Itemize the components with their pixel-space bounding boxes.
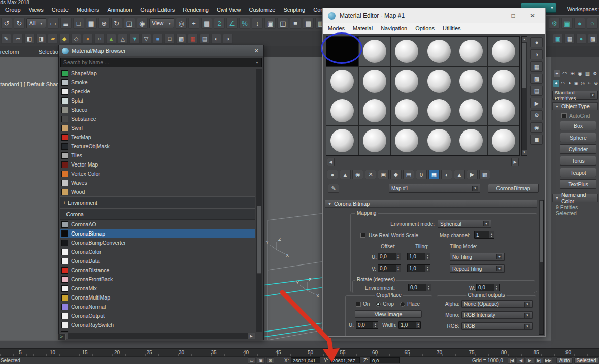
space-warps-category-icon[interactable]: ≈: [586, 80, 592, 87]
rectangular-selection-icon[interactable]: □: [73, 18, 84, 29]
mono-output-dropdown[interactable]: RGB Intensity ▼: [461, 311, 533, 319]
material-sample-slot[interactable]: [359, 37, 391, 66]
ribbon-tab[interactable]: Freeform: [0, 49, 19, 55]
sample-type-icon[interactable]: ●: [530, 37, 543, 47]
get-material-icon[interactable]: ●: [327, 170, 338, 179]
map-item[interactable]: Splat: [60, 96, 255, 105]
v-offset-spinner[interactable]: 0,0: [378, 264, 401, 272]
reference-coordinate-dropdown[interactable]: View▼: [149, 18, 175, 28]
spinner-arrows[interactable]: [396, 265, 401, 272]
map-item[interactable]: CoronaColor: [60, 247, 255, 256]
map-item[interactable]: CoronaRaySwitch: [60, 320, 255, 329]
previous-slot-icon[interactable]: ◀: [327, 158, 335, 166]
toolbar2-icon[interactable]: ▼: [129, 34, 140, 44]
select-by-material-icon[interactable]: ◉: [530, 122, 543, 133]
mirror-icon[interactable]: ◫: [277, 18, 288, 29]
selected-set-button[interactable]: Selected: [574, 357, 598, 364]
material-sample-slot[interactable]: [359, 126, 391, 155]
map-item[interactable]: Waves: [60, 178, 255, 187]
object-type-button-cylinder[interactable]: Cylinder: [560, 144, 596, 154]
toolbar2-icon[interactable]: ◐: [211, 34, 221, 44]
material-name-dropdown[interactable]: Map #1 ▼: [389, 184, 480, 193]
motion-tab-icon[interactable]: ◉: [577, 70, 583, 77]
window-crossing-icon[interactable]: ▦: [86, 18, 97, 29]
options-icon[interactable]: ⚙: [530, 110, 543, 120]
material-sample-slot[interactable]: [455, 126, 487, 155]
map-item[interactable]: CoronaRoundEdges: [60, 329, 255, 332]
toolbar2-icon[interactable]: ◧: [24, 34, 35, 44]
selection-filter-dropdown[interactable]: All▼: [26, 18, 46, 28]
close-icon[interactable]: ✕: [253, 48, 260, 54]
select-scale-icon[interactable]: ◱: [124, 18, 135, 29]
material-type-button[interactable]: CoronaBitmap: [488, 184, 539, 193]
toolbar2-icon[interactable]: ▣: [553, 34, 563, 44]
material-sample-slot[interactable]: [455, 37, 487, 66]
toolbar2-icon[interactable]: ◑: [223, 34, 233, 44]
menu-item[interactable]: Create: [48, 6, 73, 13]
material-sample-slot[interactable]: [326, 67, 358, 96]
map-item[interactable]: TextureObjMask: [60, 142, 255, 151]
pick-material-eyedropper-icon[interactable]: ✎: [328, 184, 339, 193]
rendered-frame-icon[interactable]: ▣: [561, 18, 573, 29]
material-editor-menu-item[interactable]: Utilities: [443, 25, 460, 31]
material-sample-slot[interactable]: [423, 37, 455, 66]
sample-tiling-icon[interactable]: ▩: [530, 74, 543, 84]
next-frame-icon[interactable]: ▶|: [535, 357, 543, 364]
scroll-down-icon[interactable]: ▼: [522, 150, 527, 155]
u-tiling-spinner[interactable]: 1,0: [407, 253, 430, 260]
material-sample-slot[interactable]: [488, 126, 520, 155]
rgb-output-dropdown[interactable]: RGB ▼: [461, 322, 533, 330]
timeline-tick[interactable]: 90: [565, 350, 571, 355]
cameras-category-icon[interactable]: ▣: [573, 80, 579, 87]
material-sample-slot[interactable]: [488, 96, 520, 126]
timeline-tick[interactable]: 40: [243, 350, 249, 355]
list-horizontal-scrollbar[interactable]: ◀ ▶: [60, 333, 255, 339]
slots-scrollbar[interactable]: ▲ ▼: [521, 36, 527, 156]
select-by-name-icon[interactable]: ≣: [60, 18, 72, 29]
toolbar2-icon[interactable]: ◨: [36, 34, 46, 44]
render-production-icon[interactable]: ●: [574, 18, 585, 29]
material-map-navigator-icon[interactable]: ≣: [530, 135, 543, 145]
crop-u-spinner[interactable]: 0,0: [356, 321, 378, 329]
use-pivot-point-icon[interactable]: ◎: [176, 18, 187, 29]
map-item[interactable]: Wood: [60, 187, 255, 196]
map-item[interactable]: Stucco: [60, 105, 255, 114]
scroll-right-icon[interactable]: ▶: [248, 333, 255, 339]
toolbar2-icon[interactable]: △: [118, 34, 128, 44]
spinner-arrows[interactable]: [425, 265, 430, 272]
spinner-arrows[interactable]: [489, 231, 494, 238]
object-type-rollout[interactable]: ▼ Object Type: [552, 102, 598, 110]
crop-width-spinner[interactable]: 1,0: [398, 321, 421, 329]
map-item[interactable]: Vertex Color: [60, 169, 255, 178]
x-coordinate-field[interactable]: 26021,041: [291, 357, 320, 363]
scrollbar-thumb[interactable]: [257, 206, 261, 274]
toolbar2-icon[interactable]: ●: [576, 34, 586, 44]
toolbar2-icon[interactable]: ◇: [71, 34, 81, 44]
map-item[interactable]: Vector Map: [60, 160, 255, 169]
timeline-tick[interactable]: 45: [275, 350, 281, 355]
timeline-tick[interactable]: 5: [19, 350, 22, 355]
place-radio[interactable]: [400, 302, 405, 307]
map-item[interactable]: CoronaOutput: [60, 311, 255, 320]
material-editor-menu-item[interactable]: Material: [353, 25, 373, 31]
previous-frame-icon[interactable]: ◀: [517, 357, 525, 364]
angle-snap-icon[interactable]: ∠: [226, 18, 238, 29]
material-sample-slot[interactable]: [391, 96, 423, 126]
map-item[interactable]: CoronaMix: [60, 284, 255, 293]
keyboard-override-icon[interactable]: ▤: [201, 18, 212, 29]
primitive-category-dropdown[interactable]: Standard Primitives ▼: [552, 91, 598, 100]
make-material-copy-icon[interactable]: ▣: [378, 170, 389, 179]
percent-snap-icon[interactable]: %: [239, 18, 250, 29]
material-editor-title-bar[interactable]: Material Editor - Map #1 — □ ✕: [323, 8, 545, 23]
alpha-output-dropdown[interactable]: None (Opaque) ▼: [461, 300, 533, 308]
material-sample-slot[interactable]: [423, 96, 455, 126]
object-type-button-box[interactable]: Box: [560, 121, 596, 130]
spinner-arrows[interactable]: [425, 253, 430, 260]
map-channel-spinner[interactable]: 1: [474, 231, 494, 239]
reset-map-icon[interactable]: ✕: [365, 170, 376, 179]
map-group-header[interactable]: - Corona: [60, 208, 255, 220]
map-item[interactable]: CoronaDistance: [60, 266, 255, 275]
u-tiling-mode-dropdown[interactable]: No Tiling ▼: [450, 253, 505, 261]
search-bar[interactable]: ▼: [60, 58, 262, 67]
y-coordinate-field[interactable]: 20601,267: [330, 357, 360, 363]
